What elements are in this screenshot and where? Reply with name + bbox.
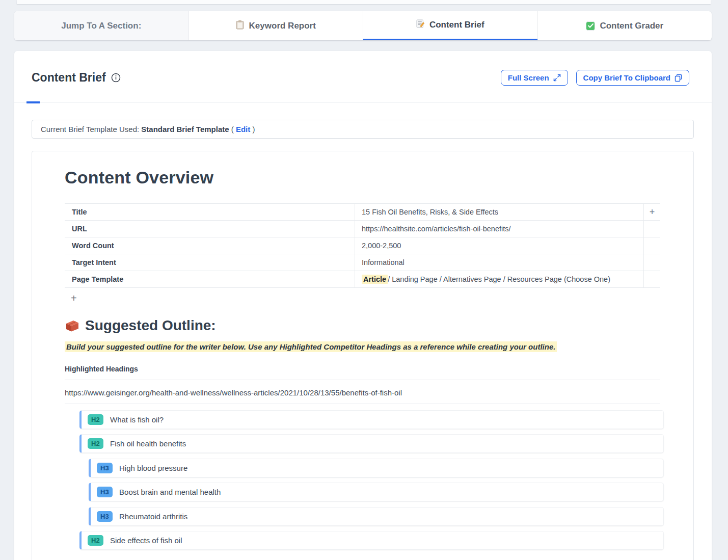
green-check-icon [586, 21, 595, 31]
heading-level-chip: H2 [88, 414, 103, 425]
overview-row: URLhttps://healthsite.com/articles/fish-… [65, 221, 660, 237]
overview-row-label: Word Count [65, 237, 355, 254]
heading-level-chip: H3 [97, 487, 113, 497]
heading-level-chip: H2 [88, 535, 103, 546]
paren-close: ) [250, 125, 255, 134]
overview-row-value[interactable]: https://healthsite.com/articles/fish-oil… [355, 221, 643, 237]
edit-template-link[interactable]: Edit [236, 125, 250, 134]
panel-header: Content Brief Full Screen Copy Brief To … [14, 51, 712, 86]
tab-keyword-report[interactable]: Keyword Report [188, 11, 363, 40]
overview-row-action-cell: + [643, 204, 660, 220]
value-highlighted-part: Article [362, 275, 388, 284]
outline-heading-card[interactable]: H3Boost brain and mental health [89, 483, 664, 501]
template-bar: Current Brief Template Used: Standard Br… [32, 120, 694, 139]
heading-text: Side effects of fish oil [110, 536, 182, 545]
competitor-url: https://www.geisinger.org/health-and-wel… [65, 388, 660, 404]
overview-row: Title15 Fish Oil Benefits, Risks, & Side… [65, 204, 660, 221]
copy-brief-label: Copy Brief To Clipboard [583, 73, 670, 82]
copy-brief-button[interactable]: Copy Brief To Clipboard [576, 70, 689, 86]
section-tabbar: Jump To A Section: Keyword Report Conten… [14, 11, 712, 40]
full-screen-label: Full Screen [508, 73, 549, 82]
suggested-outline-text: Suggested Outline: [85, 317, 216, 334]
highlighted-headings-label: Highlighted Headings [65, 365, 660, 380]
overview-row-label: Page Template [65, 271, 355, 287]
suggested-outline-title: Suggested Outline: [65, 317, 660, 334]
outline-instruction: Build your suggested outline for the wri… [65, 341, 660, 353]
overview-row-action-cell [643, 221, 660, 237]
tab-content-brief[interactable]: Content Brief [363, 11, 537, 40]
overview-row-label: Target Intent [65, 254, 355, 271]
brief-body: Content Overview Title15 Fish Oil Benefi… [32, 151, 694, 560]
overview-row-value[interactable]: Informational [355, 254, 643, 271]
overview-row-label: Title [65, 204, 355, 220]
page-title: Content Brief [32, 71, 121, 85]
overview-row-action-cell [643, 237, 660, 254]
content-overview-title: Content Overview [65, 168, 660, 188]
previous-card-edge [17, 0, 711, 4]
outline-heading-card[interactable]: H2Side effects of fish oil [79, 531, 664, 550]
page-title-text: Content Brief [32, 71, 106, 85]
value-part: 2,000-2,500 [362, 242, 401, 250]
memo-icon [416, 19, 425, 31]
heading-text: What is fish oil? [110, 415, 164, 424]
value-part: https://healthsite.com/articles/fish-oil… [362, 225, 511, 233]
clipboard-icon [236, 20, 245, 32]
value-part: Informational [362, 258, 405, 266]
overview-row-label: URL [65, 221, 355, 237]
add-column-button[interactable]: + [650, 207, 655, 218]
outline-heading-card[interactable]: H3Rheumatoid arthritis [89, 507, 664, 526]
heading-level-chip: H3 [97, 463, 113, 473]
accent-bar [26, 101, 40, 103]
overview-row-value[interactable]: 15 Fish Oil Benefits, Risks, & Side Effe… [355, 204, 643, 220]
full-screen-button[interactable]: Full Screen [501, 70, 568, 86]
info-icon[interactable] [111, 73, 121, 83]
add-row-button[interactable]: + [71, 292, 82, 304]
outline-heading-card[interactable]: H2Fish oil health benefits [79, 434, 664, 453]
heading-level-chip: H2 [88, 438, 103, 449]
overview-row: Target IntentInformational [65, 254, 660, 271]
template-name: Standard Brief Template [141, 125, 229, 134]
section-divider [14, 101, 712, 103]
heading-text: Boost brain and mental health [119, 488, 221, 496]
outline-instruction-text: Build your suggested outline for the wri… [65, 341, 557, 352]
overview-row-value[interactable]: 2,000-2,500 [355, 237, 643, 254]
value-part: 15 Fish Oil Benefits, Risks, & Side Effe… [362, 208, 498, 216]
tab-content-grader[interactable]: Content Grader [537, 11, 712, 40]
tab-label: Content Brief [429, 20, 484, 30]
outline-heading-card[interactable]: H2What is fish oil? [79, 410, 664, 429]
outline-heading-card[interactable]: H3High blood pressure [89, 459, 664, 477]
expand-icon [553, 74, 561, 82]
copy-icon [675, 74, 682, 82]
content-brief-panel: Content Brief Full Screen Copy Brief To … [14, 51, 712, 560]
jump-to-section-text: Jump To A Section: [61, 21, 141, 31]
value-part: / Landing Page / Alternatives Page / Res… [388, 275, 610, 283]
heading-cards-list: H2What is fish oil?H2Fish oil health ben… [65, 410, 660, 550]
overview-row-value[interactable]: Article / Landing Page / Alternatives Pa… [355, 271, 643, 287]
overview-row-action-cell [643, 271, 660, 287]
template-prefix: Current Brief Template Used: [41, 125, 141, 134]
overview-row: Word Count2,000-2,500 [65, 237, 660, 254]
heading-text: Rheumatoid arthritis [119, 512, 187, 521]
tab-label: Content Grader [600, 21, 663, 31]
heading-text: High blood pressure [119, 464, 187, 472]
heading-level-chip: H3 [97, 511, 113, 522]
paren-open: ( [229, 125, 236, 134]
brick-icon [65, 319, 80, 333]
overview-table: Title15 Fish Oil Benefits, Risks, & Side… [65, 203, 660, 288]
heading-text: Fish oil health benefits [110, 439, 186, 448]
tab-label: Keyword Report [249, 21, 316, 31]
jump-to-section-label: Jump To A Section: [14, 11, 188, 40]
header-actions: Full Screen Copy Brief To Clipboard [501, 70, 689, 86]
overview-row: Page TemplateArticle / Landing Page / Al… [65, 271, 660, 288]
overview-row-action-cell [643, 254, 660, 271]
